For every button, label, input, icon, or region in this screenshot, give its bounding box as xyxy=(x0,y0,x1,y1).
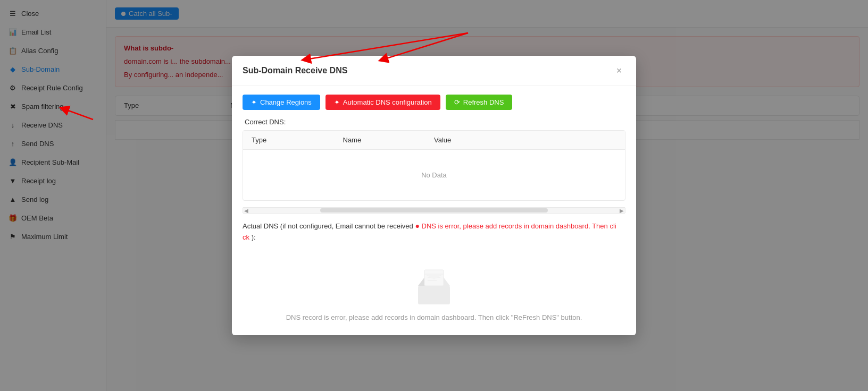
modal: Sub-Domain Receive DNS × ✦ Change Region… xyxy=(232,56,636,335)
dns-col-type: Type xyxy=(252,136,343,144)
modal-overlay[interactable]: Sub-Domain Receive DNS × ✦ Change Region… xyxy=(0,0,868,391)
actual-dns-suffix: ): xyxy=(252,233,256,241)
correct-dns-label: Correct DNS: xyxy=(245,118,286,126)
scrollbar-thumb[interactable] xyxy=(320,208,548,212)
button-row: ✦ Change Regions ✦ Automatic DNS configu… xyxy=(243,95,625,110)
refresh-dns-button[interactable]: ⟳ Refresh DNS xyxy=(446,95,513,110)
dns-table: Type Name Value No Data xyxy=(243,130,625,201)
scroll-left-arrow[interactable]: ◀ xyxy=(244,208,248,214)
empty-state-icon xyxy=(407,259,461,307)
scrollbar-track[interactable]: ◀ ▶ xyxy=(243,207,625,214)
dns-col-value: Value xyxy=(434,136,616,144)
change-regions-icon: ✦ xyxy=(251,98,257,106)
error-indicator: ● xyxy=(415,222,419,230)
modal-close-button[interactable]: × xyxy=(613,64,625,77)
empty-state-text: DNS record is error, please add records … xyxy=(286,313,582,321)
dns-table-header: Type Name Value xyxy=(243,131,625,150)
dns-col-name: Name xyxy=(343,136,435,144)
dns-no-data: No Data xyxy=(243,150,625,200)
auto-dns-button[interactable]: ✦ Automatic DNS configuration xyxy=(326,95,440,110)
scroll-right-arrow[interactable]: ▶ xyxy=(620,208,624,214)
svg-rect-0 xyxy=(418,286,450,304)
actual-dns-prefix: Actual DNS (if not configured, Email can… xyxy=(243,222,415,230)
refresh-dns-icon: ⟳ xyxy=(454,98,460,106)
modal-header: Sub-Domain Receive DNS × xyxy=(232,56,636,86)
correct-dns-section: Correct DNS: xyxy=(243,117,625,126)
modal-title: Sub-Domain Receive DNS xyxy=(243,66,347,75)
actual-dns-section: Actual DNS (if not configured, Email can… xyxy=(243,220,625,243)
auto-dns-icon: ✦ xyxy=(334,98,340,106)
modal-body: ✦ Change Regions ✦ Automatic DNS configu… xyxy=(232,86,636,335)
empty-state: DNS record is error, please add records … xyxy=(243,249,625,327)
change-regions-button[interactable]: ✦ Change Regions xyxy=(243,95,320,110)
